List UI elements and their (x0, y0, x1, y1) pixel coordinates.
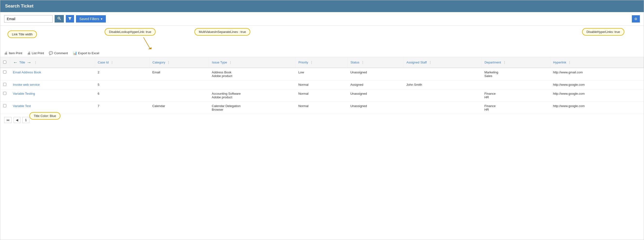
svg-point-0 (58, 17, 60, 19)
cell-caseid: 5 (95, 80, 149, 89)
title-link[interactable]: Variable Testing (13, 92, 35, 95)
tooltip-disable-lookup: DisableLookupHyperLink: true (104, 28, 156, 36)
col-issuetype-header[interactable]: Issue Type ⋮ (209, 57, 296, 68)
first-page-button[interactable]: ⏮ (4, 117, 12, 123)
cell-status: Assigned (347, 80, 404, 89)
svg-line-1 (60, 19, 61, 20)
cell-issuetype: Accounting SoftwareAdobe product (209, 89, 296, 102)
hyperlink-col-menu-icon[interactable]: ⋮ (567, 61, 571, 64)
list-print-button[interactable]: 🖨 List Print (27, 51, 44, 55)
tooltip-multi-values: MultiValuesInSeparateLines : true (194, 28, 250, 36)
window-title: Search Ticket (5, 4, 34, 8)
title-link[interactable]: Variable Test (13, 104, 31, 108)
cell-department: FinanceHR (481, 89, 550, 102)
cell-category (149, 89, 209, 102)
search-input[interactable] (4, 15, 53, 22)
tooltip-title-color: Title Color: Blue (29, 112, 60, 120)
svg-marker-2 (68, 17, 72, 20)
item-print-button[interactable]: 🖨 Item Print (4, 51, 22, 55)
col-hyperlink-header[interactable]: Hyperlink ⋮ (550, 57, 644, 68)
prev-page-button[interactable]: ◀ (14, 117, 20, 123)
cell-category: Email (149, 68, 209, 80)
cell-priority: Normal (296, 80, 347, 89)
dept-col-menu-icon[interactable]: ⋮ (502, 61, 506, 64)
row-checkbox[interactable] (3, 83, 6, 86)
table-row: Invoke web service5NormalAssignedJohn Sm… (0, 80, 644, 89)
tooltip-link-title-width: Link Title width (8, 30, 37, 38)
cell-status: Unassigned (347, 102, 404, 114)
select-all-checkbox[interactable] (3, 61, 6, 64)
main-content: Link Title width DisableLookupHyperLink:… (0, 26, 644, 126)
toolbar: Saved Filters ▾ ⚙ (0, 12, 644, 26)
cell-department: FinanceHR (481, 102, 550, 114)
cell-title: Invoke web service (10, 80, 95, 89)
col-staff-header[interactable]: Assigned Staff ⋮ (404, 57, 482, 68)
row-checkbox[interactable] (3, 70, 6, 74)
cell-priority: Low (296, 68, 347, 80)
main-window: Search Ticket Saved Filters ▾ ⚙ (0, 0, 644, 240)
cell-department: MarketingSales (481, 68, 550, 80)
title-link[interactable]: Invoke web service (13, 83, 40, 87)
col-title-header[interactable]: ← Title → ⋮ (10, 57, 95, 68)
table-row: Variable Testing6Accounting SoftwareAdob… (0, 89, 644, 102)
title-bar: Search Ticket (0, 0, 644, 12)
status-col-menu-icon[interactable]: ⋮ (360, 61, 364, 64)
printer-icon: 🖨 (4, 51, 8, 55)
filter-button[interactable] (66, 15, 74, 22)
row-checkbox[interactable] (3, 92, 6, 95)
comment-button[interactable]: 💬 Comment (49, 51, 68, 55)
cell-title: Variable Testing (10, 89, 95, 102)
col-caseid-header[interactable]: Case Id ⋮ (95, 57, 149, 68)
cell-hyperlink: http://www.gmail.com (550, 68, 644, 80)
caseid-col-menu-icon[interactable]: ⋮ (110, 61, 114, 64)
list-print-icon: 🖨 (27, 51, 30, 55)
saved-filters-label: Saved Filters (80, 17, 99, 21)
list-print-label: List Print (32, 51, 44, 55)
cell-title: Email Address Book (10, 68, 95, 80)
comment-icon: 💬 (49, 51, 53, 55)
table-row: Email Address Book2EmailAddress BookAdob… (0, 68, 644, 80)
col-title-label: Title (20, 61, 25, 64)
print-bar: 🖨 Item Print 🖨 List Print 💬 Comment 📊 Ex… (0, 49, 644, 57)
cell-priority: Normal (296, 102, 347, 114)
cell-status: Unassigned (347, 68, 404, 80)
cell-issuetype (209, 80, 296, 89)
col-category-header[interactable]: Category ⋮ (149, 57, 209, 68)
search-button[interactable] (54, 15, 64, 22)
category-col-menu-icon[interactable]: ⋮ (166, 61, 170, 64)
col-department-header[interactable]: Department ⋮ (481, 57, 550, 68)
priority-col-menu-icon[interactable]: ⋮ (309, 61, 313, 64)
cell-staff (404, 89, 482, 102)
data-table-container: ← Title → ⋮ Case Id ⋮ Category (0, 57, 644, 114)
tooltip-disable-hyperlinks: DisableHyperLinks: true (582, 28, 624, 36)
current-page: 1 (22, 117, 29, 123)
title-col-menu-icon[interactable]: ⋮ (33, 61, 37, 64)
cell-priority: Normal (296, 89, 347, 102)
table-header-row: ← Title → ⋮ Case Id ⋮ Category (0, 57, 644, 68)
cell-category: Calendar (149, 102, 209, 114)
col-checkbox-header (0, 57, 10, 68)
export-excel-label: Export to Excel (78, 51, 99, 55)
title-arrow-left-icon: ← (13, 60, 18, 65)
comment-label: Comment (54, 51, 68, 55)
title-arrow-right-icon: → (27, 60, 32, 65)
title-link[interactable]: Email Address Book (13, 70, 41, 74)
table-body: Email Address Book2EmailAddress BookAdob… (0, 68, 644, 114)
cell-caseid: 7 (95, 102, 149, 114)
col-priority-header[interactable]: Priority ⋮ (296, 57, 347, 68)
cell-issuetype: Address BookAdobe product (209, 68, 296, 80)
cell-issuetype: Calendar DelegationBrowser (209, 102, 296, 114)
row-checkbox[interactable] (3, 104, 6, 107)
export-excel-button[interactable]: 📊 Export to Excel (73, 51, 99, 55)
cell-status: Unassigned (347, 89, 404, 102)
saved-filters-button[interactable]: Saved Filters ▾ (76, 15, 106, 22)
cell-department (481, 80, 550, 89)
gear-button[interactable]: ⚙ (632, 15, 640, 22)
issuetype-col-menu-icon[interactable]: ⋮ (228, 61, 232, 64)
staff-col-menu-icon[interactable]: ⋮ (428, 61, 432, 64)
col-status-header[interactable]: Status ⋮ (347, 57, 404, 68)
cell-caseid: 6 (95, 89, 149, 102)
pagination: ⏮ ◀ 1 Title Color: Blue (0, 114, 644, 126)
excel-icon: 📊 (73, 51, 77, 55)
svg-line-3 (144, 37, 151, 50)
